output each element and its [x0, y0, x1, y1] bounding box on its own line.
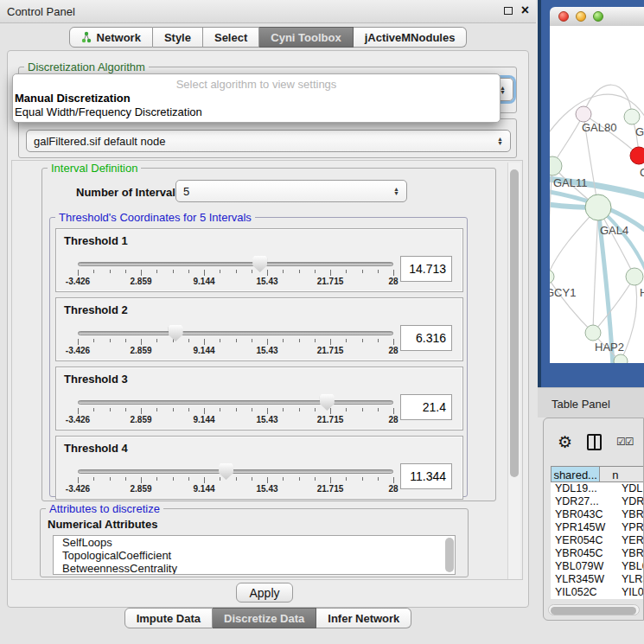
tab-jactivemnodules[interactable]: jActiveMNodules: [354, 27, 468, 48]
tick-mark: [393, 339, 394, 345]
scale-tick-label: 21.715: [317, 277, 344, 286]
table-row[interactable]: YDR27...YDR2: [551, 495, 644, 508]
network-node-label: C: [640, 166, 644, 179]
vertical-scrollbar[interactable]: [507, 163, 520, 579]
tab-infer-network[interactable]: Infer Network: [316, 608, 411, 628]
attributes-group: Attributes to discretize Numerical Attri…: [40, 508, 469, 577]
network-node[interactable]: [614, 354, 628, 363]
numerical-attributes-list[interactable]: SelfLoopsTopologicalCoefficientBetweenne…: [53, 535, 456, 575]
tick-mark: [173, 339, 174, 342]
scale-tick-label: 21.715: [317, 484, 344, 494]
tick-mark: [188, 339, 189, 342]
tick-mark: [283, 339, 284, 342]
tick-mark: [204, 339, 205, 345]
tab-style[interactable]: Style: [153, 27, 203, 48]
tick-mark: [236, 477, 237, 481]
list-scrollbar-thumb[interactable]: [445, 538, 454, 572]
table-row[interactable]: YER054CYER0: [551, 534, 644, 547]
table-row[interactable]: YDL19...YDL1: [551, 482, 644, 495]
column-header-name[interactable]: n: [600, 466, 644, 482]
tick-mark: [393, 270, 394, 276]
tick-mark: [204, 270, 205, 276]
gear-icon[interactable]: ⚙: [558, 434, 572, 450]
bottom-tab-bar: Impute Data Discretize Data Infer Networ…: [0, 608, 536, 628]
threshold-value-field[interactable]: 21.4: [400, 394, 452, 420]
table-row[interactable]: YBR045CYBR0: [551, 547, 644, 560]
table-cell: YDR27...: [551, 495, 611, 508]
scale-tick-label: 28: [388, 484, 398, 494]
thresholds-group-title: Threshold's Coordinates for 5 Intervals: [55, 211, 255, 224]
slider-track[interactable]: [78, 331, 393, 335]
vertical-scrollbar-thumb[interactable]: [510, 169, 519, 477]
table-data-combobox[interactable]: galFiltered.sif default node ▲▼: [26, 130, 511, 152]
screen: Control Panel × Network Style Select Cyn…: [0, 0, 644, 644]
network-window-titlebar: [550, 7, 644, 26]
network-edge[interactable]: [550, 277, 593, 333]
network-edge[interactable]: [593, 207, 598, 333]
tab-impute-data[interactable]: Impute Data: [124, 608, 213, 628]
scale-tick-label: 2.859: [130, 346, 151, 355]
network-node[interactable]: [550, 156, 562, 175]
network-node[interactable]: [630, 147, 644, 164]
threshold-value-field[interactable]: 11.344: [400, 463, 452, 489]
tick-mark: [173, 477, 174, 481]
network-node[interactable]: [576, 106, 591, 122]
float-icon[interactable]: [504, 7, 513, 15]
network-node[interactable]: [550, 270, 554, 284]
table-cell: YDL19...: [551, 482, 611, 495]
tab-network[interactable]: Network: [69, 27, 153, 48]
dropdown-option-equal-width[interactable]: Equal Width/Frequency Discretization: [13, 105, 500, 119]
horizontal-scrollbar[interactable]: [548, 604, 640, 615]
table-row[interactable]: YBR043CYBR0: [551, 508, 644, 521]
tick-mark: [188, 408, 189, 411]
tick-mark: [362, 339, 363, 342]
network-node-label: GAL11: [553, 176, 588, 189]
threshold-value-field[interactable]: 6.316: [400, 325, 452, 351]
network-edge[interactable]: [550, 166, 552, 277]
apply-button[interactable]: Apply: [236, 583, 293, 603]
tick-mark: [188, 270, 189, 273]
slider-scale-labels: -3.4262.8599.14415.4321.71528: [78, 346, 393, 358]
table-cell: YLR3: [611, 573, 644, 586]
tick-mark: [110, 339, 111, 342]
tick-mark: [330, 408, 331, 414]
slider-track[interactable]: [78, 262, 393, 266]
network-node[interactable]: [626, 268, 643, 285]
minimize-traffic-light-icon[interactable]: [576, 11, 586, 22]
tick-mark: [156, 477, 157, 481]
column-header-shared-name[interactable]: shared...: [551, 466, 600, 482]
columns-icon[interactable]: [587, 434, 602, 450]
select-all-checkboxes-icon[interactable]: ☑☑: [616, 436, 634, 448]
attribute-list-item[interactable]: SelfLoops: [54, 536, 455, 549]
threshold-value-field[interactable]: 14.713: [400, 256, 452, 282]
table-row[interactable]: YLR345WYLR3: [551, 573, 644, 586]
tab-select[interactable]: Select: [203, 27, 259, 48]
scale-tick-label: -3.426: [66, 277, 90, 286]
slider-ticks: [78, 270, 393, 277]
tick-mark: [252, 408, 252, 411]
tab-discretize-data[interactable]: Discretize Data: [213, 608, 316, 628]
table-row[interactable]: YPR145WYPR1: [551, 521, 644, 534]
close-traffic-light-icon[interactable]: [558, 11, 569, 22]
table-row[interactable]: YIL052CYIL0: [551, 586, 644, 599]
number-of-intervals-combobox[interactable]: 5 ▲▼: [175, 180, 407, 202]
tick-mark: [378, 408, 379, 411]
dropdown-option-manual[interactable]: Manual Discretization: [13, 92, 500, 105]
network-node[interactable]: [585, 325, 601, 341]
network-node[interactable]: [585, 194, 611, 220]
attribute-list-item[interactable]: BetweennessCentrality: [54, 562, 455, 575]
network-edge[interactable]: [593, 277, 634, 333]
tab-cyni-toolbox[interactable]: Cyni Toolbox: [259, 27, 353, 48]
scale-tick-label: 21.715: [317, 415, 344, 424]
network-canvas[interactable]: GAL80GCGAL11GAL4GCY1HHAP2: [550, 26, 644, 363]
attribute-list-item[interactable]: TopologicalCoefficient: [54, 549, 455, 562]
slider-track[interactable]: [78, 469, 393, 474]
close-icon[interactable]: ×: [521, 4, 529, 16]
tick-mark: [236, 408, 237, 411]
slider-track[interactable]: [78, 400, 393, 405]
combo-arrows-icon: ▲▼: [500, 86, 506, 94]
network-node[interactable]: [624, 109, 640, 124]
horizontal-scrollbar-thumb[interactable]: [551, 607, 636, 615]
table-row[interactable]: YBL079WYBL0: [551, 560, 644, 573]
zoom-traffic-light-icon[interactable]: [593, 11, 603, 22]
